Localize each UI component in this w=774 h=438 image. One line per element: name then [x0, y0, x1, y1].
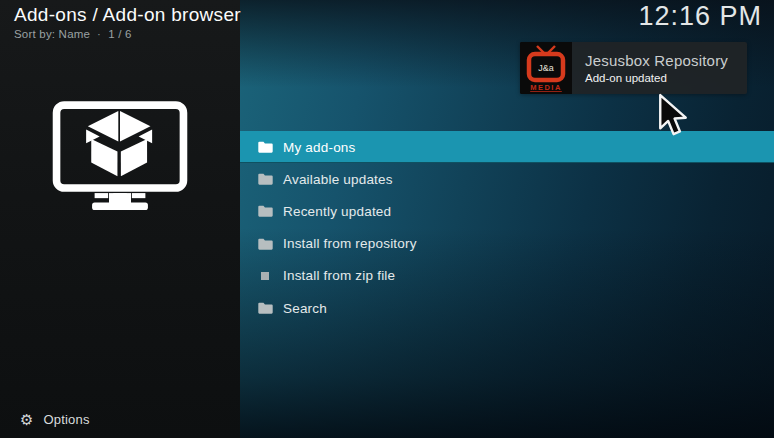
menu-item-recently-updated[interactable]: Recently updated	[240, 195, 774, 227]
folder-icon	[257, 172, 273, 186]
toast-title: Jesusbox Repository	[585, 52, 728, 69]
notification-toast: J&a MEDIA Jesusbox Repository Add-on upd…	[520, 42, 747, 94]
folder-icon	[257, 237, 273, 251]
options-label: Options	[43, 412, 89, 427]
tv-icon-sublabel: MEDIA	[530, 83, 562, 92]
menu-item-label: Install from repository	[283, 236, 417, 251]
toast-text: Jesusbox Repository Add-on updated	[572, 52, 728, 84]
page-title: Add-ons / Add-on browser	[14, 4, 241, 26]
menu-item-label: My add-ons	[283, 140, 356, 155]
header: Add-ons / Add-on browser Sort by: Name·1…	[14, 4, 241, 40]
toast-message: Add-on updated	[585, 72, 728, 84]
separator: ·	[97, 28, 101, 40]
menu-item-available-updates[interactable]: Available updates	[240, 163, 774, 195]
menu-item-label: Install from zip file	[283, 268, 395, 283]
options-button[interactable]: ⚙ Options	[0, 406, 90, 432]
sort-by-label: Sort by: Name	[14, 28, 90, 40]
folder-icon	[257, 140, 273, 154]
file-icon	[257, 269, 273, 283]
sidebar	[0, 0, 240, 438]
menu-item-search[interactable]: Search	[240, 292, 774, 324]
tv-icon-label: J&a	[538, 63, 554, 73]
menu-item-label: Recently updated	[283, 204, 391, 219]
addon-browser-menu: My add-ons Available updates Recently up…	[240, 131, 774, 324]
jesusbox-tv-icon: J&a MEDIA	[520, 42, 572, 94]
gear-icon: ⚙	[20, 412, 33, 427]
sort-status: Sort by: Name·1 / 6	[14, 28, 241, 40]
menu-item-label: Available updates	[283, 172, 393, 187]
menu-item-label: Search	[283, 301, 327, 316]
clock: 12:16 PM	[638, 1, 762, 32]
folder-icon	[257, 301, 273, 315]
kodi-addon-browser-screen: Add-ons / Add-on browser Sort by: Name·1…	[0, 0, 774, 438]
folder-icon	[257, 204, 273, 218]
menu-item-my-addons[interactable]: My add-ons	[240, 131, 774, 163]
menu-item-install-from-zip-file[interactable]: Install from zip file	[240, 260, 774, 292]
addons-open-box-monitor-icon	[48, 100, 192, 210]
menu-item-install-from-repository[interactable]: Install from repository	[240, 228, 774, 260]
item-position: 1 / 6	[108, 28, 131, 40]
